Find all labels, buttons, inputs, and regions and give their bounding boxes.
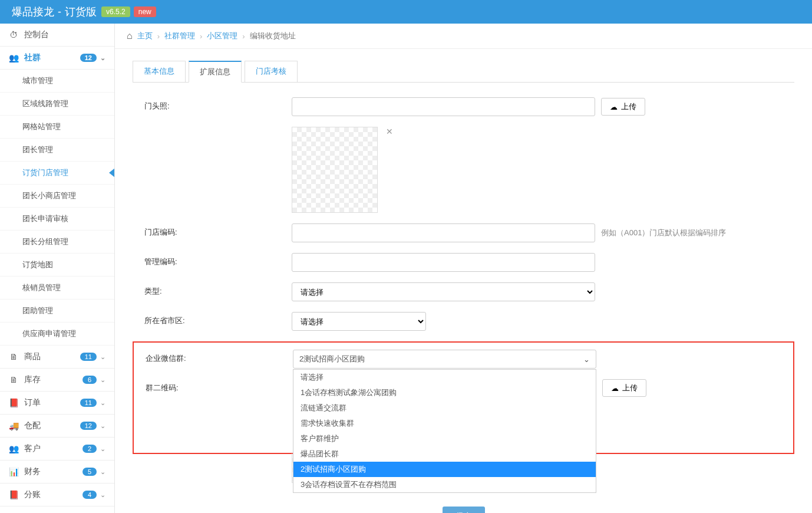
book-icon: 📕: [9, 490, 18, 499]
sidebar-sub-label: 团长管理: [22, 145, 53, 154]
top-header: 爆品接龙 - 订货版 v6.5.2 new: [0, 0, 812, 24]
sidebar-sub-label: 网格站管理: [22, 122, 61, 131]
dropdown-option-selected[interactable]: 2测试招商小区团购: [293, 462, 596, 477]
sidebar-sub-ministore[interactable]: 团长小商店管理: [0, 185, 114, 208]
dropdown-option-label: 客户群维护: [301, 434, 339, 443]
chevron-down-icon: ⌄: [100, 399, 105, 407]
dropdown-option[interactable]: 流链通交流群: [293, 400, 596, 416]
sidebar-sub-label: 区域线路管理: [22, 99, 68, 108]
dropdown-option-label: 2测试招商小区团购: [301, 465, 366, 473]
new-badge: new: [134, 6, 156, 17]
home-icon[interactable]: ⌂: [127, 31, 133, 41]
close-icon[interactable]: ✕: [386, 127, 393, 136]
sidebar-item-order[interactable]: 📕订单 11⌄: [0, 392, 114, 415]
shop-code-input[interactable]: [292, 223, 595, 242]
sidebar-sub-label: 订货门店管理: [22, 168, 68, 177]
tab-audit[interactable]: 门店考核: [245, 61, 298, 83]
sidebar-sub-assist[interactable]: 团助管理: [0, 300, 114, 323]
sidebar-item-console[interactable]: ⏱ 控制台: [0, 24, 114, 47]
app-name: 爆品接龙: [12, 5, 54, 19]
dropdown-option-label: 需求快速收集群: [301, 419, 354, 427]
sidebar-sub-apply-audit[interactable]: 团长申请审核: [0, 208, 114, 231]
dropdown-option[interactable]: 请选择: [293, 370, 596, 385]
count-badge: 6: [82, 376, 97, 384]
sidebar-item-label: 社群: [24, 52, 41, 63]
sidebar: ⏱ 控制台 👥 社群 12 ⌄ 城市管理 区域线路管理 网格站管理 团长管理 订…: [0, 24, 115, 513]
breadcrumb-home[interactable]: 主页: [137, 31, 153, 41]
dropdown-option[interactable]: 需求快速收集群: [293, 416, 596, 431]
sidebar-sub-leader[interactable]: 团长管理: [0, 139, 114, 162]
sidebar-item-label: 控制台: [24, 29, 49, 40]
breadcrumb-community[interactable]: 社群管理: [164, 31, 195, 41]
qr-label: 群二维码:: [134, 379, 293, 393]
upload-button[interactable]: ☁ 上传: [602, 379, 646, 397]
sidebar-sub-label: 供应商申请管理: [22, 329, 76, 338]
sidebar-sub-grid[interactable]: 网格站管理: [0, 116, 114, 139]
upload-button[interactable]: ☁ 上传: [601, 98, 645, 116]
manage-code-input[interactable]: [292, 253, 595, 272]
row-shop-code: 门店编码: 例如（A001）门店默认根据编码排序: [133, 223, 794, 242]
save-button[interactable]: 保存: [443, 507, 485, 513]
row-shop-photo-preview: ✕: [133, 127, 794, 213]
sidebar-sub-supplier-apply[interactable]: 供应商申请管理: [0, 323, 114, 346]
sidebar-item-label: 分账: [24, 489, 41, 500]
dropdown-option[interactable]: 1会话存档测试象湖公寓团购: [293, 385, 596, 400]
breadcrumb-current: 编辑收货地址: [250, 31, 296, 41]
shop-code-help: 例如（A001）门店默认根据编码排序: [601, 228, 726, 238]
dropdown-option[interactable]: 爆品团长群: [293, 446, 596, 462]
tab-basic[interactable]: 基本信息: [133, 61, 186, 83]
region-select[interactable]: 请选择: [292, 312, 426, 331]
wechat-group-label: 企业微信群:: [134, 350, 293, 364]
chevron-down-icon: ⌄: [100, 54, 105, 62]
sidebar-sub-city[interactable]: 城市管理: [0, 70, 114, 93]
sidebar-item-label: 订单: [24, 397, 41, 408]
sidebar-sub-label: 订货地图: [22, 260, 53, 269]
sidebar-sub-verifier[interactable]: 核销员管理: [0, 277, 114, 300]
dropdown-option[interactable]: 3会话存档设置不在存档范围: [293, 477, 596, 492]
sidebar-item-finance[interactable]: 📊财务 5⌄: [0, 461, 114, 484]
row-type: 类型: 请选择: [133, 282, 794, 301]
sidebar-item-customer[interactable]: 👥客户 2⌄: [0, 438, 114, 461]
sidebar-sub-route[interactable]: 区域线路管理: [0, 93, 114, 116]
cloud-upload-icon: ☁: [611, 384, 619, 393]
sidebar-item-product[interactable]: 🗎商品 11⌄: [0, 346, 114, 369]
sidebar-item-stock[interactable]: 🗎库存 6⌄: [0, 369, 114, 392]
sidebar-sub-order-map[interactable]: 订货地图: [0, 254, 114, 277]
tab-ext[interactable]: 扩展信息: [189, 61, 242, 83]
row-manage-code: 管理编码:: [133, 253, 794, 272]
version-badge: v6.5.2: [101, 6, 130, 17]
count-badge: 4: [82, 491, 97, 499]
file-icon: 🗎: [9, 352, 18, 361]
tab-label: 扩展信息: [200, 67, 230, 76]
sidebar-item-data[interactable]: 📊数据 15⌄: [0, 507, 114, 513]
shop-photo-input[interactable]: [292, 97, 595, 116]
type-select[interactable]: 请选择: [292, 282, 595, 301]
dropdown-option-label: 请选择: [301, 373, 324, 382]
chevron-down-icon: ⌄: [100, 491, 105, 499]
sidebar-sub-label: 团长分组管理: [22, 237, 68, 246]
count-badge: 11: [80, 353, 97, 361]
dropdown-option[interactable]: 客户群维护: [293, 431, 596, 446]
chevron-down-icon: ⌄: [583, 355, 590, 364]
sidebar-item-label: 客户: [24, 443, 41, 454]
row-region: 所在省市区: 请选择: [133, 312, 794, 331]
sidebar-item-split[interactable]: 📕分账 4⌄: [0, 484, 114, 507]
users-icon: 👥: [9, 53, 18, 63]
dropdown-option-label: 3会话存档设置不在存档范围: [301, 480, 397, 489]
sidebar-item-warehouse[interactable]: 🚚仓配 12⌄: [0, 415, 114, 438]
app-edition: 订货版: [65, 5, 97, 19]
highlight-box: 企业微信群: 2测试招商小区团购 ⌄ 请选择 1会话存档测试象湖公寓团购 流链通…: [133, 341, 794, 454]
sidebar-sub-storeorder[interactable]: 订货门店管理: [0, 162, 114, 185]
chevron-down-icon: ⌄: [100, 376, 105, 384]
tab-label: 门店考核: [256, 67, 286, 75]
header-sep: -: [58, 6, 61, 18]
wechat-group-select[interactable]: 2测试招商小区团购 ⌄: [293, 350, 596, 369]
cloud-upload-icon: ☁: [610, 103, 618, 111]
image-placeholder: [292, 127, 378, 213]
count-badge: 11: [80, 399, 97, 407]
sidebar-sub-label: 团助管理: [22, 306, 53, 315]
sidebar-item-community[interactable]: 👥 社群 12 ⌄: [0, 47, 114, 70]
sidebar-sub-group-manage[interactable]: 团长分组管理: [0, 231, 114, 254]
breadcrumb-district[interactable]: 小区管理: [207, 31, 237, 41]
upload-label: 上传: [622, 383, 638, 393]
